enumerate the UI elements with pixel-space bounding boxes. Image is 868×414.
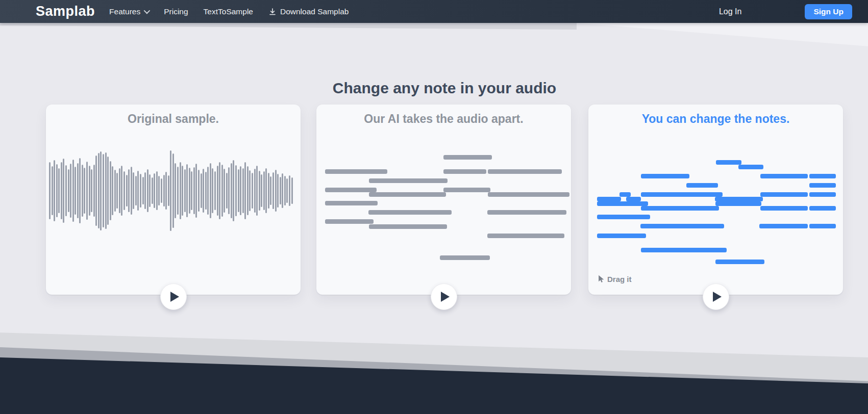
note-bar[interactable] bbox=[715, 197, 763, 201]
note-bar bbox=[443, 169, 486, 174]
note-bar bbox=[440, 255, 490, 260]
waveform-bar bbox=[170, 150, 171, 231]
note-bar[interactable] bbox=[597, 234, 646, 238]
note-bar bbox=[325, 219, 374, 224]
waveform-bar bbox=[112, 166, 113, 215]
nav-item-features-label: Features bbox=[109, 7, 140, 16]
play-button-original[interactable] bbox=[160, 283, 187, 310]
note-bar[interactable] bbox=[715, 201, 761, 206]
waveform-bar bbox=[149, 174, 151, 207]
waveform-bar bbox=[277, 174, 279, 208]
note-bar[interactable] bbox=[809, 224, 836, 228]
login-link[interactable]: Log In bbox=[719, 7, 741, 16]
waveform-bar bbox=[126, 175, 128, 206]
waveform-bar bbox=[282, 173, 283, 208]
note-bar[interactable] bbox=[626, 197, 641, 201]
waveform-bar bbox=[128, 169, 130, 212]
waveform-bar bbox=[268, 173, 269, 209]
waveform-bar bbox=[247, 166, 249, 215]
waveform-bar bbox=[284, 176, 286, 205]
waveform-bar bbox=[56, 164, 58, 217]
note-bar[interactable] bbox=[759, 224, 808, 228]
waveform-bar bbox=[198, 170, 200, 212]
note-bar[interactable] bbox=[619, 192, 631, 197]
cursor-icon bbox=[597, 275, 604, 283]
nav-item-download[interactable]: Download Samplab bbox=[268, 7, 349, 16]
note-bar bbox=[369, 192, 446, 197]
note-bar[interactable] bbox=[738, 165, 763, 169]
note-bar[interactable] bbox=[716, 160, 741, 165]
note-bar[interactable] bbox=[809, 192, 836, 197]
note-bar[interactable] bbox=[760, 174, 808, 178]
waveform-bar bbox=[270, 176, 271, 205]
waveform-bar bbox=[89, 166, 90, 216]
waveform-bar bbox=[195, 164, 197, 218]
waveform-bar bbox=[147, 169, 148, 212]
nav-links: Features Pricing TextToSample Download S… bbox=[109, 7, 349, 16]
play-button-change[interactable] bbox=[703, 283, 729, 310]
samplab-logo[interactable]: Samplab bbox=[36, 4, 95, 19]
waveform-bar bbox=[168, 175, 169, 206]
waveform-bar bbox=[189, 168, 190, 214]
card-ai-notes: Our AI takes the audio apart. bbox=[316, 105, 571, 295]
waveform-bar bbox=[58, 168, 60, 213]
waveform-bar bbox=[91, 169, 92, 212]
waveform-bar bbox=[259, 171, 260, 211]
note-bar[interactable] bbox=[809, 206, 836, 211]
waveform-bar bbox=[68, 169, 69, 212]
top-gray-wedge bbox=[0, 23, 577, 30]
note-bar[interactable] bbox=[597, 201, 648, 206]
waveform-bar bbox=[116, 173, 118, 209]
waveform-bar bbox=[135, 176, 137, 205]
note-bar[interactable] bbox=[597, 197, 621, 201]
waveform-bar bbox=[242, 168, 244, 213]
note-bar[interactable] bbox=[760, 192, 808, 197]
nav-item-pricing[interactable]: Pricing bbox=[164, 7, 188, 16]
waveform-bar bbox=[210, 163, 211, 218]
note-bar[interactable] bbox=[641, 206, 719, 211]
waveform-bar bbox=[93, 165, 95, 217]
nav-item-download-label: Download Samplab bbox=[280, 7, 349, 16]
download-icon bbox=[268, 8, 277, 16]
signup-button[interactable]: Sign Up bbox=[805, 4, 852, 19]
waveform-bar bbox=[263, 171, 265, 210]
waveform-bar bbox=[249, 170, 251, 211]
waveform-bar bbox=[254, 169, 256, 213]
waveform-bar bbox=[49, 162, 51, 219]
waveform-bar bbox=[121, 166, 122, 216]
nav-item-pricing-label: Pricing bbox=[164, 7, 188, 16]
note-bar[interactable] bbox=[597, 215, 650, 219]
play-button-ai[interactable] bbox=[431, 283, 457, 310]
nav-item-texttosample[interactable]: TextToSample bbox=[204, 7, 253, 16]
nav-item-features[interactable]: Features bbox=[109, 7, 148, 16]
play-icon bbox=[713, 292, 722, 302]
waveform-bar bbox=[133, 172, 134, 209]
piano-roll-gray bbox=[316, 105, 571, 295]
waveform-bar bbox=[289, 175, 290, 206]
waveform-bar bbox=[152, 177, 153, 204]
note-bar[interactable] bbox=[641, 174, 689, 178]
waveform-bar bbox=[142, 177, 144, 204]
waveform-bar bbox=[103, 154, 104, 227]
waveform-bar bbox=[158, 176, 160, 205]
top-nav: Samplab Features Pricing TextToSample Do… bbox=[0, 0, 868, 23]
note-bar[interactable] bbox=[809, 183, 836, 188]
waveform-bar bbox=[184, 169, 186, 212]
waveform-bar bbox=[82, 165, 83, 217]
waveform-bar bbox=[140, 174, 141, 208]
waveform-bar bbox=[182, 166, 183, 216]
note-bar[interactable] bbox=[686, 183, 718, 188]
waveform-bar bbox=[265, 168, 267, 213]
note-bar bbox=[443, 155, 492, 160]
note-bar[interactable] bbox=[641, 248, 727, 252]
waveform-bar bbox=[100, 151, 102, 230]
note-bar[interactable] bbox=[640, 224, 724, 228]
footer bbox=[0, 301, 868, 414]
note-bar[interactable] bbox=[809, 174, 836, 178]
note-bar[interactable] bbox=[715, 260, 764, 264]
note-bar[interactable] bbox=[641, 192, 723, 197]
waveform-bar bbox=[98, 153, 100, 228]
nav-right: Log In Sign Up bbox=[719, 4, 852, 19]
waveform-bar bbox=[175, 163, 176, 218]
note-bar[interactable] bbox=[760, 206, 808, 211]
